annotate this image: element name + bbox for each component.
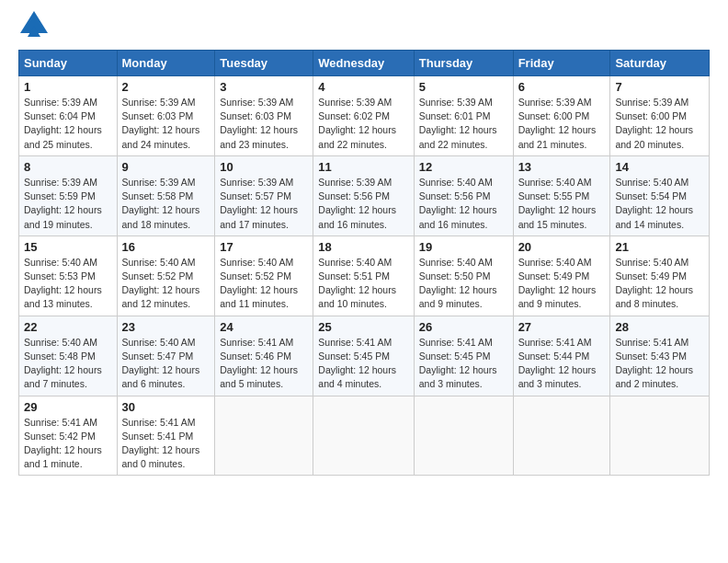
day-info: Sunrise: 5:40 AMSunset: 5:51 PMDaylight:… bbox=[318, 257, 396, 310]
calendar-cell: 19 Sunrise: 5:40 AMSunset: 5:50 PMDaylig… bbox=[414, 236, 513, 316]
day-number: 16 bbox=[122, 240, 210, 254]
calendar-cell: 4 Sunrise: 5:39 AMSunset: 6:02 PMDayligh… bbox=[313, 76, 414, 156]
day-number: 23 bbox=[122, 320, 210, 334]
day-info: Sunrise: 5:40 AMSunset: 5:47 PMDaylight:… bbox=[122, 337, 200, 390]
day-info: Sunrise: 5:39 AMSunset: 6:00 PMDaylight:… bbox=[615, 97, 693, 150]
day-info: Sunrise: 5:41 AMSunset: 5:45 PMDaylight:… bbox=[318, 337, 396, 390]
day-info: Sunrise: 5:40 AMSunset: 5:49 PMDaylight:… bbox=[615, 257, 693, 310]
calendar-cell: 22 Sunrise: 5:40 AMSunset: 5:48 PMDaylig… bbox=[19, 316, 118, 396]
day-number: 6 bbox=[518, 80, 606, 94]
day-number: 26 bbox=[419, 320, 508, 334]
day-info: Sunrise: 5:39 AMSunset: 6:03 PMDaylight:… bbox=[220, 97, 298, 150]
calendar-cell: 5 Sunrise: 5:39 AMSunset: 6:01 PMDayligh… bbox=[414, 76, 513, 156]
day-info: Sunrise: 5:39 AMSunset: 5:56 PMDaylight:… bbox=[318, 177, 396, 230]
calendar-cell: 11 Sunrise: 5:39 AMSunset: 5:56 PMDaylig… bbox=[313, 155, 414, 236]
calendar-cell: 7 Sunrise: 5:39 AMSunset: 6:00 PMDayligh… bbox=[610, 76, 710, 156]
day-number: 9 bbox=[122, 160, 210, 174]
logo bbox=[18, 15, 48, 40]
day-number: 25 bbox=[318, 320, 408, 334]
day-info: Sunrise: 5:39 AMSunset: 5:59 PMDaylight:… bbox=[24, 177, 102, 230]
day-info: Sunrise: 5:39 AMSunset: 5:57 PMDaylight:… bbox=[220, 177, 298, 230]
day-info: Sunrise: 5:39 AMSunset: 5:58 PMDaylight:… bbox=[122, 177, 200, 230]
col-header-tuesday: Tuesday bbox=[215, 51, 313, 76]
calendar-cell bbox=[414, 396, 513, 476]
day-number: 2 bbox=[122, 80, 210, 94]
calendar-cell bbox=[610, 396, 710, 476]
day-info: Sunrise: 5:39 AMSunset: 6:04 PMDaylight:… bbox=[24, 97, 102, 150]
day-number: 24 bbox=[220, 320, 308, 334]
day-info: Sunrise: 5:40 AMSunset: 5:52 PMDaylight:… bbox=[122, 257, 200, 310]
day-number: 10 bbox=[220, 160, 308, 174]
page: SundayMondayTuesdayWednesdayThursdayFrid… bbox=[0, 0, 728, 563]
col-header-thursday: Thursday bbox=[414, 51, 513, 76]
day-number: 17 bbox=[220, 240, 308, 254]
calendar-cell: 14 Sunrise: 5:40 AMSunset: 5:54 PMDaylig… bbox=[610, 155, 710, 236]
day-info: Sunrise: 5:41 AMSunset: 5:41 PMDaylight:… bbox=[122, 417, 200, 470]
calendar-cell: 2 Sunrise: 5:39 AMSunset: 6:03 PMDayligh… bbox=[117, 76, 215, 156]
calendar-cell: 29 Sunrise: 5:41 AMSunset: 5:42 PMDaylig… bbox=[19, 396, 118, 476]
day-info: Sunrise: 5:40 AMSunset: 5:56 PMDaylight:… bbox=[419, 177, 497, 230]
calendar-table: SundayMondayTuesdayWednesdayThursdayFrid… bbox=[18, 50, 710, 476]
calendar-cell: 18 Sunrise: 5:40 AMSunset: 5:51 PMDaylig… bbox=[313, 236, 414, 316]
day-info: Sunrise: 5:40 AMSunset: 5:49 PMDaylight:… bbox=[518, 257, 597, 310]
day-info: Sunrise: 5:40 AMSunset: 5:52 PMDaylight:… bbox=[220, 257, 298, 310]
day-number: 27 bbox=[518, 320, 606, 334]
logo-icon bbox=[20, 11, 48, 40]
calendar-cell: 27 Sunrise: 5:41 AMSunset: 5:44 PMDaylig… bbox=[513, 316, 610, 396]
calendar-cell: 12 Sunrise: 5:40 AMSunset: 5:56 PMDaylig… bbox=[414, 155, 513, 236]
calendar-cell: 6 Sunrise: 5:39 AMSunset: 6:00 PMDayligh… bbox=[513, 76, 610, 156]
day-number: 3 bbox=[220, 80, 308, 94]
calendar-cell: 13 Sunrise: 5:40 AMSunset: 5:55 PMDaylig… bbox=[513, 155, 610, 236]
calendar-cell: 28 Sunrise: 5:41 AMSunset: 5:43 PMDaylig… bbox=[610, 316, 710, 396]
day-info: Sunrise: 5:41 AMSunset: 5:44 PMDaylight:… bbox=[518, 337, 597, 390]
calendar-cell: 21 Sunrise: 5:40 AMSunset: 5:49 PMDaylig… bbox=[610, 236, 710, 316]
header bbox=[18, 15, 710, 40]
col-header-monday: Monday bbox=[117, 51, 215, 76]
calendar-cell: 24 Sunrise: 5:41 AMSunset: 5:46 PMDaylig… bbox=[215, 316, 313, 396]
day-info: Sunrise: 5:40 AMSunset: 5:50 PMDaylight:… bbox=[419, 257, 497, 310]
calendar-cell bbox=[513, 396, 610, 476]
day-number: 13 bbox=[518, 160, 606, 174]
calendar-cell: 17 Sunrise: 5:40 AMSunset: 5:52 PMDaylig… bbox=[215, 236, 313, 316]
calendar-cell: 25 Sunrise: 5:41 AMSunset: 5:45 PMDaylig… bbox=[313, 316, 414, 396]
day-number: 4 bbox=[318, 80, 408, 94]
calendar-cell: 1 Sunrise: 5:39 AMSunset: 6:04 PMDayligh… bbox=[19, 76, 118, 156]
day-info: Sunrise: 5:41 AMSunset: 5:43 PMDaylight:… bbox=[615, 337, 693, 390]
calendar-cell: 3 Sunrise: 5:39 AMSunset: 6:03 PMDayligh… bbox=[215, 76, 313, 156]
day-number: 19 bbox=[419, 240, 508, 254]
day-number: 22 bbox=[24, 320, 112, 334]
day-info: Sunrise: 5:39 AMSunset: 6:03 PMDaylight:… bbox=[122, 97, 200, 150]
calendar-cell bbox=[215, 396, 313, 476]
col-header-wednesday: Wednesday bbox=[313, 51, 414, 76]
day-number: 30 bbox=[122, 400, 210, 414]
day-info: Sunrise: 5:40 AMSunset: 5:54 PMDaylight:… bbox=[615, 177, 693, 230]
day-info: Sunrise: 5:39 AMSunset: 6:01 PMDaylight:… bbox=[419, 97, 497, 150]
day-info: Sunrise: 5:41 AMSunset: 5:42 PMDaylight:… bbox=[24, 417, 102, 470]
calendar-cell: 23 Sunrise: 5:40 AMSunset: 5:47 PMDaylig… bbox=[117, 316, 215, 396]
day-info: Sunrise: 5:40 AMSunset: 5:55 PMDaylight:… bbox=[518, 177, 597, 230]
calendar-cell: 16 Sunrise: 5:40 AMSunset: 5:52 PMDaylig… bbox=[117, 236, 215, 316]
day-number: 12 bbox=[419, 160, 508, 174]
day-number: 28 bbox=[615, 320, 704, 334]
day-info: Sunrise: 5:41 AMSunset: 5:46 PMDaylight:… bbox=[220, 337, 298, 390]
col-header-sunday: Sunday bbox=[19, 51, 118, 76]
day-number: 14 bbox=[615, 160, 704, 174]
day-info: Sunrise: 5:40 AMSunset: 5:53 PMDaylight:… bbox=[24, 257, 102, 310]
day-number: 1 bbox=[24, 80, 112, 94]
day-number: 20 bbox=[518, 240, 606, 254]
day-number: 29 bbox=[24, 400, 112, 414]
day-info: Sunrise: 5:40 AMSunset: 5:48 PMDaylight:… bbox=[24, 337, 102, 390]
day-number: 5 bbox=[419, 80, 508, 94]
calendar-cell: 26 Sunrise: 5:41 AMSunset: 5:45 PMDaylig… bbox=[414, 316, 513, 396]
day-number: 11 bbox=[318, 160, 408, 174]
calendar-cell: 20 Sunrise: 5:40 AMSunset: 5:49 PMDaylig… bbox=[513, 236, 610, 316]
col-header-friday: Friday bbox=[513, 51, 610, 76]
day-info: Sunrise: 5:39 AMSunset: 6:02 PMDaylight:… bbox=[318, 97, 396, 150]
calendar-cell: 30 Sunrise: 5:41 AMSunset: 5:41 PMDaylig… bbox=[117, 396, 215, 476]
day-number: 18 bbox=[318, 240, 408, 254]
day-number: 15 bbox=[24, 240, 112, 254]
calendar-cell: 9 Sunrise: 5:39 AMSunset: 5:58 PMDayligh… bbox=[117, 155, 215, 236]
calendar-cell: 10 Sunrise: 5:39 AMSunset: 5:57 PMDaylig… bbox=[215, 155, 313, 236]
calendar-cell: 15 Sunrise: 5:40 AMSunset: 5:53 PMDaylig… bbox=[19, 236, 118, 316]
calendar-cell bbox=[313, 396, 414, 476]
